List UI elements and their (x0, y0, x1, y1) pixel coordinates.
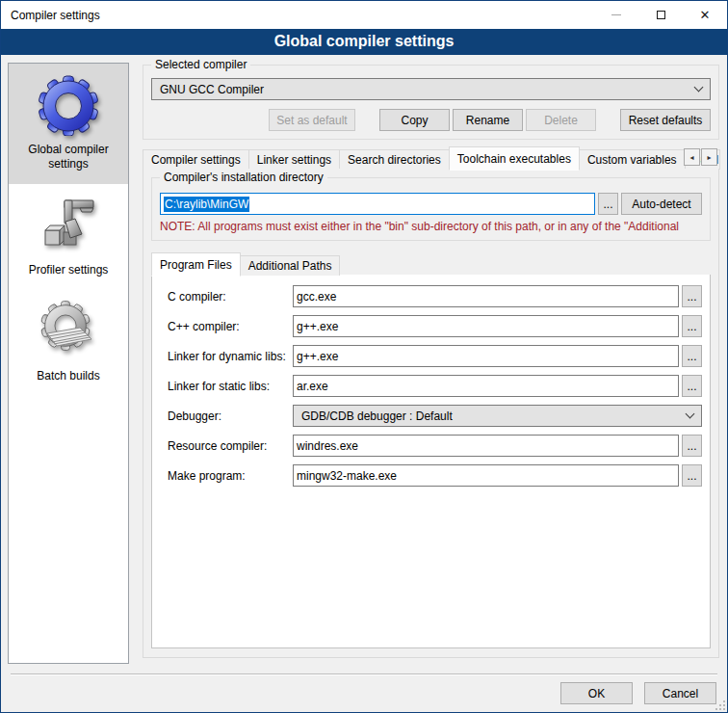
tab-additional-paths[interactable]: Additional Paths (240, 255, 341, 276)
sidebar-item-label: Profiler settings (13, 263, 124, 277)
field-value: ar.exe (297, 380, 328, 393)
cancel-button[interactable]: Cancel (644, 682, 716, 704)
chevron-down-icon (694, 83, 704, 92)
scroll-left-icon: ◂ (689, 153, 693, 162)
toolchain-executables-page: Compiler's installation directory C:\ray… (143, 169, 719, 658)
window-title: Compiler settings (1, 9, 100, 22)
dialog-footer: OK Cancel (1, 673, 727, 712)
blue-gear-icon (38, 74, 99, 136)
field-value: mingw32-make.exe (297, 469, 397, 483)
make-program-input[interactable]: mingw32-make.exe (293, 464, 679, 487)
field-row-make-program: Make program: mingw32-make.exe ... (160, 464, 702, 487)
window-controls: ✕ (594, 1, 727, 29)
maximize-button[interactable] (638, 1, 683, 29)
compiler-select[interactable]: GNU GCC Compiler (151, 78, 711, 100)
browse-directory-button[interactable]: ... (598, 193, 618, 215)
field-row-debugger: Debugger: GDB/CDB debugger : Default (160, 405, 702, 427)
field-label: C++ compiler: (160, 320, 293, 333)
field-value: g++.exe (297, 350, 338, 363)
sidebar-item-label: Global compiler settings (13, 143, 124, 172)
tab-program-files[interactable]: Program Files (151, 252, 241, 277)
minimize-button[interactable] (594, 1, 638, 29)
footer-buttons: OK Cancel (560, 682, 716, 704)
browse-cpp-compiler-button[interactable]: ... (682, 315, 702, 337)
rename-button[interactable]: Rename (453, 109, 523, 131)
auto-detect-button[interactable]: Auto-detect (621, 193, 702, 215)
selected-path-text: C:\raylib\MinGW (164, 197, 249, 212)
compiler-select-value: GNU GCC Compiler (160, 83, 695, 96)
bin-subdirectory-note: NOTE: All programs must exist either in … (160, 220, 709, 233)
browse-resource-compiler-button[interactable]: ... (682, 435, 702, 457)
field-label: Linker for static libs: (160, 380, 293, 393)
c-compiler-input[interactable]: gcc.exe (293, 285, 679, 307)
field-row-resource-compiler: Resource compiler: windres.exe ... (160, 435, 702, 457)
cpp-compiler-input[interactable]: g++.exe (293, 315, 679, 337)
settings-category-list: Global compiler settings (8, 63, 129, 664)
installation-directory-row: C:\raylib\MinGW ... Auto-detect (160, 193, 702, 215)
compiler-settings-window: Compiler settings ✕ Global compiler sett… (0, 0, 728, 713)
static-linker-input[interactable]: ar.exe (293, 375, 679, 397)
tab-search-directories[interactable]: Search directories (339, 149, 450, 170)
settings-tabstrip: Compiler settings Linker settings Search… (143, 145, 719, 170)
tab-linker-settings[interactable]: Linker settings (248, 149, 340, 170)
scroll-right-icon: ▸ (707, 153, 711, 162)
minimize-icon (611, 14, 621, 15)
sidebar-item-global-compiler-settings[interactable]: Global compiler settings (9, 64, 128, 184)
copy-button[interactable]: Copy (379, 109, 450, 131)
maximize-icon (657, 11, 665, 19)
field-value: g++.exe (297, 320, 338, 333)
browse-static-linker-button[interactable]: ... (682, 375, 702, 397)
close-icon: ✕ (700, 9, 711, 21)
main-panel: Selected compiler GNU GCC Compiler Set a… (135, 63, 720, 664)
sidebar-item-batch-builds[interactable]: Batch builds (9, 290, 128, 396)
field-label: C compiler: (160, 290, 293, 304)
caliper-icon (38, 195, 99, 256)
sidebar-item-profiler-settings[interactable]: Profiler settings (9, 184, 128, 290)
resource-compiler-input[interactable]: windres.exe (293, 435, 679, 457)
ok-button[interactable]: OK (560, 682, 633, 704)
footer-divider (11, 673, 717, 674)
tab-compiler-settings[interactable]: Compiler settings (143, 149, 249, 170)
field-value: windres.exe (297, 439, 358, 453)
set-as-default-button[interactable]: Set as default (269, 109, 355, 131)
browse-dynamic-linker-button[interactable]: ... (682, 345, 702, 367)
dialog-content: Global compiler settings (1, 55, 727, 673)
field-label: Resource compiler: (160, 439, 293, 453)
browse-make-program-button[interactable]: ... (682, 464, 702, 487)
field-label: Make program: (160, 469, 293, 483)
tab-scroll-left-button[interactable]: ◂ (684, 148, 700, 166)
field-row-c-compiler: C compiler: gcc.exe ... (160, 285, 702, 307)
debugger-select-value: GDB/CDB debugger : Default (301, 409, 687, 423)
chevron-down-icon (686, 409, 695, 419)
close-button[interactable]: ✕ (683, 1, 727, 29)
compiler-buttons-row: Set as default Copy Rename Delete Reset … (151, 109, 711, 131)
selected-compiler-group: Selected compiler GNU GCC Compiler Set a… (143, 65, 719, 140)
field-label: Linker for dynamic libs: (160, 350, 293, 363)
dynamic-linker-input[interactable]: g++.exe (293, 345, 679, 367)
tab-scroll-buttons: ◂ ▸ (684, 148, 717, 166)
resize-grip-icon[interactable] (714, 699, 725, 710)
field-value: gcc.exe (297, 290, 336, 304)
tab-toolchain-executables[interactable]: Toolchain executables (449, 146, 580, 171)
sidebar-item-label: Batch builds (13, 369, 124, 383)
program-files-tabstrip: Program Files Additional Paths (151, 251, 711, 276)
field-row-static-linker: Linker for static libs: ar.exe ... (160, 375, 702, 397)
tab-custom-variables[interactable]: Custom variables (579, 149, 686, 170)
field-row-cpp-compiler: C++ compiler: g++.exe ... (160, 315, 702, 337)
program-files-page: C compiler: gcc.exe ... C++ compiler: g+… (151, 275, 711, 648)
page-title: Global compiler settings (1, 29, 727, 55)
field-row-dynamic-linker: Linker for dynamic libs: g++.exe ... (160, 345, 702, 367)
delete-button[interactable]: Delete (526, 109, 596, 131)
installation-directory-input[interactable]: C:\raylib\MinGW (160, 193, 595, 215)
browse-c-compiler-button[interactable]: ... (682, 285, 702, 307)
titlebar: Compiler settings ✕ (1, 1, 727, 29)
tab-scroll-right-button[interactable]: ▸ (701, 148, 717, 166)
group-legend: Selected compiler (151, 58, 250, 71)
installation-directory-group: Compiler's installation directory C:\ray… (151, 177, 711, 241)
group-legend: Compiler's installation directory (160, 171, 327, 184)
gray-gear-stack-icon (38, 301, 99, 362)
debugger-select[interactable]: GDB/CDB debugger : Default (293, 405, 702, 427)
field-label: Debugger: (160, 409, 293, 423)
reset-defaults-button[interactable]: Reset defaults (620, 109, 711, 131)
